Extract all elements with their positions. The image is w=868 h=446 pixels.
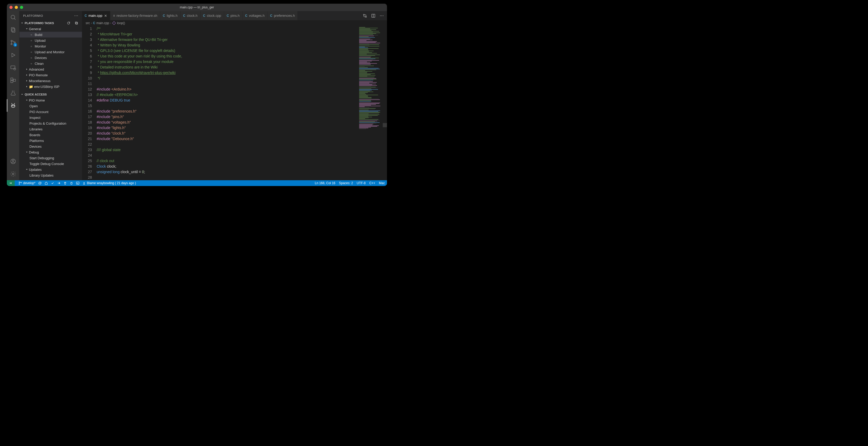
editor-area: Cmain.cpp≡restore-factory-firmware.shCli… xyxy=(82,11,387,180)
minimap-slider[interactable] xyxy=(383,123,387,127)
tab-lights-h[interactable]: Clights.h xyxy=(160,11,181,20)
tree-devices[interactable]: ○Devices xyxy=(20,55,82,61)
cursor-position[interactable]: Ln 168, Col 16 xyxy=(315,181,335,185)
file-type-icon: C xyxy=(183,14,185,18)
minimap[interactable] xyxy=(358,26,387,180)
svg-rect-31 xyxy=(71,182,72,184)
section-platformio-tasks[interactable]: PLATFORMIO TASKS xyxy=(20,20,82,26)
svg-rect-27 xyxy=(113,22,116,25)
sync-icon[interactable] xyxy=(38,181,42,185)
qa-inspect[interactable]: Inspect xyxy=(20,115,82,121)
explorer-icon[interactable] xyxy=(7,24,19,36)
file-type-icon: ≡ xyxy=(113,14,115,18)
language-mode[interactable]: C++ xyxy=(369,181,375,185)
refresh-icon[interactable] xyxy=(67,21,70,25)
qa-updates[interactable]: Updates xyxy=(20,167,82,172)
pio-home-icon[interactable] xyxy=(44,181,48,185)
settings-gear-icon[interactable] xyxy=(7,168,19,180)
qa-boards[interactable]: Boards xyxy=(20,132,82,138)
eol[interactable]: Mac xyxy=(379,181,385,185)
line-gutter: 1234567891011121314151617181920212223242… xyxy=(82,26,97,180)
close-window-button[interactable] xyxy=(9,6,12,9)
collapse-icon[interactable] xyxy=(74,21,78,25)
tree-env[interactable]: 📁env:USBtiny ISP xyxy=(20,84,82,90)
platformio-icon[interactable] xyxy=(7,99,19,112)
tab-voltages-h[interactable]: Cvoltages.h xyxy=(243,11,268,20)
source-control-icon[interactable]: 1 xyxy=(7,36,19,49)
section-quick-access[interactable]: QUICK ACCESS xyxy=(20,92,82,97)
close-tab-icon[interactable] xyxy=(104,14,107,18)
compare-icon[interactable] xyxy=(363,14,367,18)
git-blame[interactable]: Blame wraybowling ( 21 days ago ) xyxy=(82,181,136,185)
remote-indicator[interactable] xyxy=(7,180,15,186)
tab-main-cpp[interactable]: Cmain.cpp xyxy=(82,11,110,20)
qa-start-debug[interactable]: Start Debugging xyxy=(20,155,82,161)
svg-point-33 xyxy=(84,182,85,183)
file-type-icon: C xyxy=(245,14,247,18)
qa-projects[interactable]: Projects & Configuration xyxy=(20,121,82,126)
tree-upload[interactable]: ○Upload xyxy=(20,37,82,43)
svg-rect-10 xyxy=(11,78,13,80)
tab-restore-factory-firmware-sh[interactable]: ≡restore-factory-firmware.sh xyxy=(110,11,160,20)
tree-monitor[interactable]: ○Monitor xyxy=(20,43,82,49)
qa-pio-home[interactable]: PIO Home xyxy=(20,97,82,103)
tab-clock-h[interactable]: Cclock.h xyxy=(181,11,200,20)
pio-clean-icon[interactable] xyxy=(63,181,67,185)
code-content[interactable]: /** * MicroWrave Tri+ger * Alternative f… xyxy=(97,26,358,180)
qa-debug[interactable]: Debug xyxy=(20,149,82,155)
encoding[interactable]: UTF-8 xyxy=(357,181,366,185)
minimize-window-button[interactable] xyxy=(15,6,18,9)
indentation[interactable]: Spaces: 2 xyxy=(339,181,353,185)
search-icon[interactable] xyxy=(7,11,19,24)
remote-explorer-icon[interactable] xyxy=(7,61,19,74)
testing-icon[interactable] xyxy=(7,87,19,99)
tree-build[interactable]: ○Build xyxy=(20,32,82,37)
tree-upload-monitor[interactable]: ○Upload and Monitor xyxy=(20,49,82,55)
tree-misc[interactable]: Miscellaneous xyxy=(20,78,82,84)
more-actions-icon[interactable]: ⋯ xyxy=(380,13,384,18)
svg-rect-3 xyxy=(12,29,15,32)
svg-point-19 xyxy=(12,160,14,161)
svg-point-24 xyxy=(366,16,367,17)
tab-preferences-h[interactable]: Cpreferences.h xyxy=(268,11,298,20)
qa-platforms[interactable]: Platforms xyxy=(20,138,82,143)
qa-toggle-debug[interactable]: Toggle Debug Console xyxy=(20,161,82,167)
qa-libraries[interactable]: Libraries xyxy=(20,126,82,132)
status-bar: develop* Blame wraybowling ( 21 days ago… xyxy=(7,180,387,186)
git-branch[interactable]: develop* xyxy=(19,181,35,185)
pio-serial-icon[interactable] xyxy=(70,181,73,185)
breadcrumb[interactable]: src› Cmain.cpp› loop() xyxy=(82,20,387,26)
code-editor[interactable]: 1234567891011121314151617181920212223242… xyxy=(82,26,387,180)
extensions-icon[interactable] xyxy=(7,74,19,87)
zoom-window-button[interactable] xyxy=(20,6,23,9)
file-type-icon: C xyxy=(227,14,229,18)
qa-lib-updates[interactable]: Library Updates xyxy=(20,172,82,178)
file-type-icon: C xyxy=(163,14,165,18)
pio-upload-icon[interactable] xyxy=(57,181,61,185)
svg-point-13 xyxy=(11,104,15,108)
sidebar-more-icon[interactable]: ⋯ xyxy=(74,13,79,18)
svg-point-5 xyxy=(11,43,12,45)
tasks-tree: General ○Build ○Upload ○Monitor ○Upload … xyxy=(20,26,82,180)
tree-clean[interactable]: ○Clean xyxy=(20,61,82,66)
titlebar[interactable]: main.cpp — tri_plus_ger xyxy=(7,4,387,11)
run-debug-icon[interactable] xyxy=(7,49,19,61)
qa-devices[interactable]: Devices xyxy=(20,143,82,149)
traffic-lights xyxy=(9,6,23,9)
pio-terminal-icon[interactable] xyxy=(76,181,80,185)
tree-advanced[interactable]: Advanced xyxy=(20,66,82,72)
pio-build-icon[interactable] xyxy=(51,181,54,185)
svg-point-9 xyxy=(14,68,16,70)
svg-point-0 xyxy=(11,15,15,19)
qa-open[interactable]: Open xyxy=(20,103,82,109)
tab-clock-cpp[interactable]: Cclock.cpp xyxy=(200,11,224,20)
tree-general[interactable]: General xyxy=(20,26,82,32)
accounts-icon[interactable] xyxy=(7,155,19,168)
tab-actions: ⋯ xyxy=(360,11,387,20)
tab-pins-h[interactable]: Cpins.h xyxy=(224,11,243,20)
tree-pio-remote[interactable]: PIO Remote xyxy=(20,72,82,78)
svg-rect-22 xyxy=(76,22,78,24)
qa-pio-account[interactable]: PIO Account xyxy=(20,109,82,115)
svg-point-14 xyxy=(12,105,13,106)
split-editor-icon[interactable] xyxy=(371,14,375,18)
